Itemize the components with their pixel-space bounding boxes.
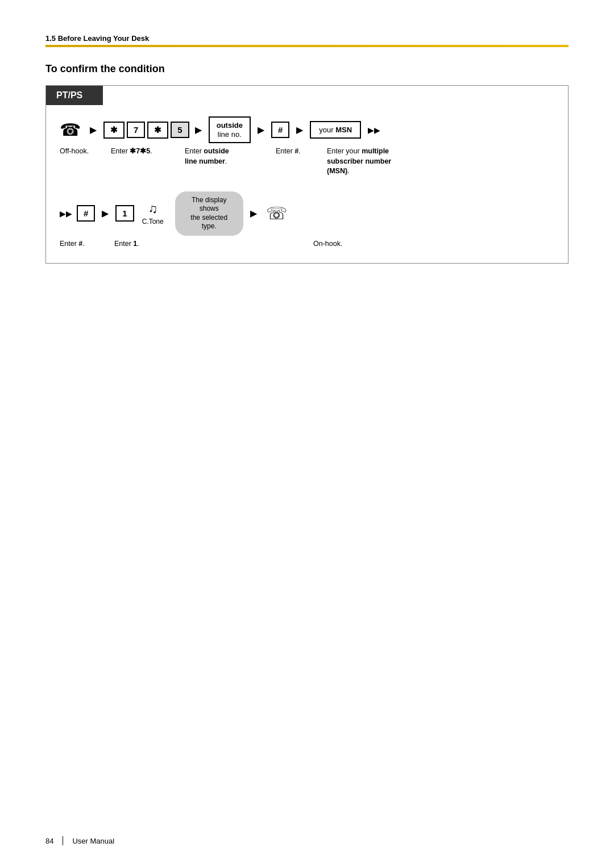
- row-spacer: [60, 181, 554, 191]
- display-bubble-text1: The display shows: [192, 196, 226, 213]
- diagram-box: PT/PS ☎︎ ▶ ✱ 7 ✱ 5: [45, 85, 569, 264]
- key-star2: ✱: [147, 122, 168, 139]
- label-on-hook: On-hook.: [313, 239, 370, 249]
- arrow-1: ▶: [90, 124, 97, 135]
- key-star1: ✱: [103, 122, 125, 139]
- label-off-hook: Off-hook.: [60, 147, 111, 157]
- label-enter-hash1: Enter #.: [276, 147, 327, 157]
- arrow-2: ▶: [195, 124, 202, 135]
- double-arrow-1: ▶▶: [368, 126, 380, 135]
- section-heading: 1.5 Before Leaving Your Desk: [45, 34, 569, 43]
- outside-line-1: outside: [217, 121, 243, 130]
- diagram-tab: PT/PS: [46, 86, 103, 105]
- outside-line-2: line no.: [217, 130, 243, 139]
- display-bubble: The display shows the selected type.: [175, 191, 243, 236]
- row2-items: ▶▶ # ▶ 1 ♫ C.Tone The display shows: [60, 191, 554, 236]
- footer-divider: [63, 836, 63, 845]
- key-hash2: #: [77, 205, 95, 222]
- key-hash1: #: [271, 122, 289, 138]
- row2-group: ▶▶ # ▶ 1 ♫ C.Tone The display shows: [60, 191, 554, 249]
- label-enter-msn: Enter your multiplesubscriber number(MSN…: [327, 147, 429, 177]
- labels-row1: Off-hook. Enter ✱7✱5. Enter outsideline …: [60, 147, 554, 177]
- page-container: 1.5 Before Leaving Your Desk To confirm …: [0, 0, 614, 298]
- gold-rule: [45, 45, 569, 47]
- arrow-4: ▶: [296, 124, 303, 135]
- arrow-6: ▶: [250, 208, 257, 219]
- footer-page-number: 84: [45, 837, 53, 845]
- arrow-5: ▶: [102, 208, 109, 219]
- off-hook-phone-icon: ☎︎: [60, 120, 81, 140]
- row1-group: ☎︎ ▶ ✱ 7 ✱ 5 ▶ outside line no.: [60, 116, 554, 177]
- confirm-title: To confirm the condition: [45, 63, 569, 75]
- display-bubble-text2: the selected type.: [190, 214, 227, 231]
- label-enter-hash2: Enter #.: [60, 239, 105, 249]
- footer-manual-text: User Manual: [72, 837, 114, 845]
- key-your-msn: your MSN: [310, 121, 361, 139]
- label-enter-outside: Enter outsideline number.: [185, 147, 276, 166]
- label-enter-1: Enter 1.: [114, 239, 177, 249]
- label-enter-star75: Enter ✱7✱5.: [111, 147, 185, 157]
- on-hook-phone-icon: ☏︎: [266, 203, 288, 223]
- page-footer: 84 User Manual: [45, 836, 114, 845]
- key-1: 1: [115, 205, 134, 222]
- diagram-content: ☎︎ ▶ ✱ 7 ✱ 5 ▶ outside line no.: [46, 105, 568, 263]
- key-7: 7: [127, 122, 145, 138]
- arrow-3: ▶: [258, 124, 264, 135]
- music-note-icon: ♫: [148, 202, 157, 216]
- double-arrow-2: ▶▶: [60, 209, 72, 218]
- key-outside-line: outside line no.: [209, 116, 251, 143]
- ctone-group: ♫ C.Tone: [142, 202, 164, 226]
- row1-items: ☎︎ ▶ ✱ 7 ✱ 5 ▶ outside line no.: [60, 116, 554, 143]
- key-5: 5: [171, 122, 189, 138]
- labels-row2: Enter #. Enter 1. On-hook.: [60, 239, 554, 249]
- ctone-label: C.Tone: [142, 218, 164, 226]
